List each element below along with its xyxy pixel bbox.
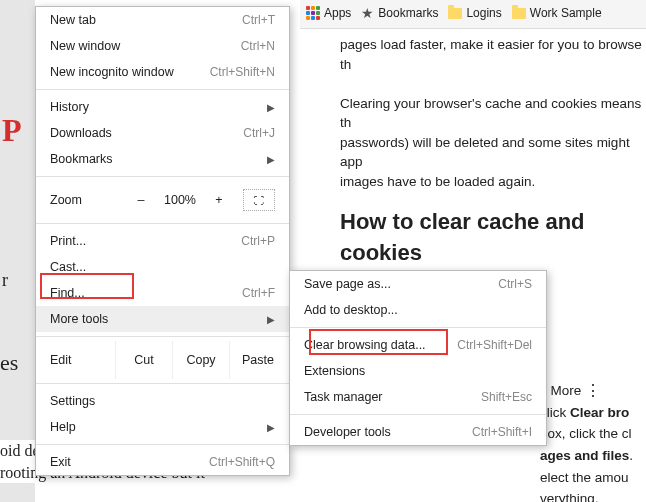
menu-settings[interactable]: Settings [36,388,289,414]
menu-new-tab[interactable]: New tab Ctrl+T [36,7,289,33]
zoom-percent: 100% [159,193,201,207]
copy-button[interactable]: Copy [172,341,229,379]
menu-edit-row: Edit Cut Copy Paste [36,341,289,379]
menu-find[interactable]: Find... Ctrl+F [36,280,289,306]
bg-text: r [2,270,32,290]
menu-history[interactable]: History ▶ [36,94,289,120]
chevron-right-icon: ▶ [267,422,275,433]
apps-icon [306,6,320,20]
bg-text: es [0,350,18,376]
submenu-task-manager[interactable]: Task manager Shift+Esc [290,384,546,410]
menu-new-window[interactable]: New window Ctrl+N [36,33,289,59]
submenu-add-desktop[interactable]: Add to desktop... [290,297,546,323]
bookmark-bar: Apps ★ Bookmarks Logins Work Sample [300,0,646,29]
zoom-in-button[interactable]: + [201,193,237,207]
chevron-right-icon: ▶ [267,154,275,165]
menu-help[interactable]: Help ▶ [36,414,289,440]
chevron-right-icon: ▶ [267,102,275,113]
menu-cast[interactable]: Cast... [36,254,289,280]
article-heading: How to clear cache and cookies [340,206,646,270]
chrome-main-menu: New tab Ctrl+T New window Ctrl+N New inc… [35,6,290,476]
site-logo-fragment: P [2,110,32,150]
zoom-out-button[interactable]: – [123,193,159,207]
menu-bookmarks[interactable]: Bookmarks ▶ [36,146,289,172]
menu-more-tools[interactable]: More tools ▶ [36,306,289,332]
menu-print[interactable]: Print... Ctrl+P [36,228,289,254]
logins-folder[interactable]: Logins [448,6,501,20]
apps-button[interactable]: Apps [306,6,351,20]
chevron-right-icon: ▶ [267,314,275,325]
menu-new-incognito[interactable]: New incognito window Ctrl+Shift+N [36,59,289,85]
cut-button[interactable]: Cut [115,341,172,379]
menu-zoom-row: Zoom – 100% + ⛶ [36,181,289,219]
folder-icon [512,8,526,19]
star-icon: ★ [361,6,374,20]
more-tools-submenu: Save page as... Ctrl+S Add to desktop...… [289,270,547,446]
menu-downloads[interactable]: Downloads Ctrl+J [36,120,289,146]
paste-button[interactable]: Paste [229,341,286,379]
submenu-save-page[interactable]: Save page as... Ctrl+S [290,271,546,297]
fullscreen-button[interactable]: ⛶ [243,189,275,211]
bookmarks-button[interactable]: ★ Bookmarks [361,6,438,20]
submenu-clear-browsing-data[interactable]: Clear browsing data... Ctrl+Shift+Del [290,332,546,358]
submenu-extensions[interactable]: Extensions [290,358,546,384]
work-sample-folder[interactable]: Work Sample [512,6,602,20]
folder-icon [448,8,462,19]
menu-exit[interactable]: Exit Ctrl+Shift+Q [36,449,289,475]
submenu-developer-tools[interactable]: Developer tools Ctrl+Shift+I [290,419,546,445]
more-icon [585,388,597,395]
